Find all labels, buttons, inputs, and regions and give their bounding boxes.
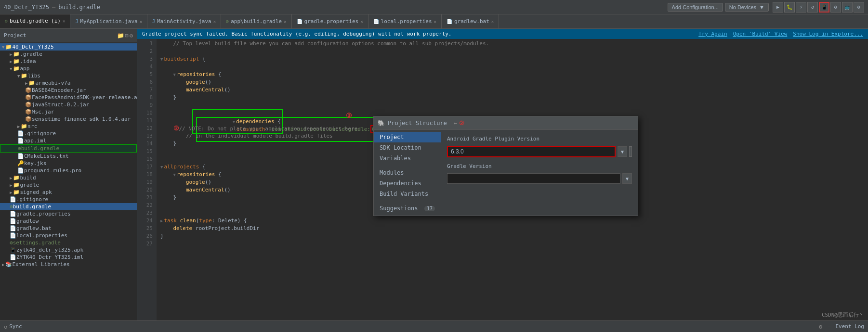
tab-build-gradle[interactable]: ⚙ build.gradle (i) ✕ (0, 14, 70, 28)
aar-icon: 📦 (25, 116, 32, 122)
tree-item-facepass[interactable]: 📦 FacePassAndroidSDK-year-release.aar (0, 94, 137, 101)
nav-item-dependencies[interactable]: Dependencies (374, 178, 441, 189)
annotation-2: ② (459, 120, 464, 127)
tree-item-armeabi[interactable]: ▶ 📁 armeabi-v7a (0, 79, 137, 87)
device-manager-button[interactable]: 📱 (819, 2, 829, 13)
fold-icon[interactable]: ▼ (173, 172, 176, 177)
file-icon: 📄 (10, 196, 16, 203)
debug-button[interactable]: 🐛 (784, 2, 795, 13)
open-build-view-link[interactable]: Open 'Build' View (733, 31, 788, 37)
tab-close-icon[interactable]: ✕ (140, 19, 142, 24)
tab-close-icon[interactable]: ✕ (63, 19, 65, 24)
tab-label: MyApplication.java (80, 18, 137, 25)
nav-item-build-variants[interactable]: Build Variants (374, 189, 441, 199)
event-log-label[interactable]: Event Log (835, 323, 864, 330)
tab-main-activity[interactable]: J MainActivity.java ✕ (147, 14, 221, 28)
profile-button[interactable]: ⚡ (796, 2, 806, 13)
tab-close-icon[interactable]: ✕ (360, 19, 363, 24)
tree-item-key[interactable]: 🔑 key.jks (0, 160, 137, 167)
tab-close-icon[interactable]: ✕ (491, 19, 494, 24)
tree-item-libs[interactable]: ▼ 📁 libs (0, 72, 137, 79)
sync-button[interactable]: ↺ (807, 2, 818, 13)
tree-item-cmake[interactable]: 📄 CMakeLists.txt (0, 153, 137, 160)
tree-item-gradle-props[interactable]: 📄 gradle.properties (0, 210, 137, 217)
project-name: 40_Dctr_YT325 (4, 4, 49, 11)
tree-item-gradlew[interactable]: 📄 gradlew (0, 217, 137, 225)
tab-gradle-properties[interactable]: 📄 gradle.properties ✕ (292, 14, 368, 28)
fold-icon[interactable]: ▶ (160, 218, 163, 223)
nav-item-suggestions[interactable]: Suggestions 17 (374, 203, 441, 214)
fold-icon[interactable]: ▼ (160, 165, 163, 169)
tree-item-base64[interactable]: 📦 BASE64Encoder.jar (0, 87, 137, 94)
settings-icon: ⚙ (819, 323, 822, 330)
tree-item-settings-gradle[interactable]: ⚙ settings.gradle (0, 239, 137, 246)
gradle-version-label: Gradle Version (447, 163, 632, 169)
gradle-version-input[interactable] (447, 173, 620, 184)
tree-item-src[interactable]: ▶ 📁 src (0, 123, 137, 130)
line-num-26: 26 (137, 232, 153, 240)
tree-item-sensetime[interactable]: 📦 sensetime_finance_sdk_1.0.4.aar (0, 115, 137, 123)
line-num-21: 21 (137, 194, 153, 202)
fold-icon[interactable]: ▼ (160, 57, 163, 62)
tree-item-gradle-folder[interactable]: ▶ 📁 gradle (0, 181, 137, 189)
tree-item-iml[interactable]: 📄 ZYTK40_Dctr_YT325.iml (0, 254, 137, 261)
expand-arrow: ▼ (2, 45, 4, 50)
folder-icon: 📁 (13, 51, 20, 57)
tree-item-app[interactable]: ▼ 📁 app (0, 65, 137, 72)
show-log-link[interactable]: Show Log in Explore... (793, 31, 863, 37)
key-icon: 🔑 (17, 160, 24, 166)
tree-item-gradlew-bat[interactable]: 📄 gradlew.bat (0, 225, 137, 232)
tab-app-build-gradle[interactable]: ⚙ app\build.gradle ✕ (221, 14, 291, 28)
line-num-14: 14 (137, 140, 153, 148)
tree-item-idea[interactable]: ▶ 📁 .idea (0, 58, 137, 65)
tree-item-build-folder[interactable]: ▶ 📁 build (0, 174, 137, 181)
nav-label: Modules (380, 169, 404, 176)
nav-item-variables[interactable]: Variables (374, 153, 441, 164)
tab-close-icon[interactable]: ✕ (434, 19, 436, 24)
settings-button[interactable]: ⚙ (854, 2, 864, 13)
tree-item-gitignore-app[interactable]: 📄 .gitignore (0, 130, 137, 137)
avd-manager-button[interactable]: 📺 (842, 2, 853, 13)
back-arrow-icon[interactable]: ← (454, 120, 457, 127)
tab-close-icon[interactable]: ✕ (284, 19, 286, 24)
settings-icon[interactable]: ⚙ (130, 32, 133, 39)
run-button[interactable]: ▶ (773, 2, 783, 13)
tree-item-build-gradle-app[interactable]: ⚙ build.gradle (0, 144, 137, 153)
nav-item-sdk-location[interactable]: SDK Location (374, 142, 441, 153)
tree-item-gradle[interactable]: ▶ 📁 .gradle (0, 51, 137, 58)
gradle-version-dropdown[interactable]: ▼ (622, 173, 632, 184)
nav-item-modules[interactable]: Modules (374, 167, 441, 178)
add-configuration-button[interactable]: Add Configuration... (668, 3, 723, 12)
tab-my-application[interactable]: J MyApplication.java ✕ (70, 14, 147, 28)
tree-item-proguard[interactable]: 📄 proguard-rules.pro (0, 167, 137, 174)
tree-item-app-iml[interactable]: 📄 app.iml (0, 137, 137, 144)
try-again-link[interactable]: Try Again (698, 31, 727, 37)
tree-item-signed-apk[interactable]: ▶ 📁 signed_apk (0, 189, 137, 196)
line-num-16: 16 (137, 155, 153, 163)
sdk-manager-button[interactable]: ⚙ (830, 2, 841, 13)
line-num-25: 25 (137, 225, 153, 232)
tree-item-javastruct[interactable]: 📦 javaStruct-0.2.jar (0, 101, 137, 108)
tree-item-build-gradle-root[interactable]: ⚙ build.gradle (0, 203, 137, 210)
plugin-version-dropdown[interactable]: ▼ (618, 146, 627, 157)
collapse-icon[interactable]: ⊟ (125, 32, 129, 39)
new-folder-icon[interactable]: 📁 (117, 32, 124, 39)
tab-gradlew-bat[interactable]: 📄 gradlew.bat ✕ (442, 14, 499, 28)
line-num-20: 20 (137, 186, 153, 194)
tree-item-msc[interactable]: 📦 Msc.jar (0, 108, 137, 115)
tab-close-icon[interactable]: ✕ (213, 19, 216, 24)
tree-item-gitignore[interactable]: 📄 .gitignore (0, 196, 137, 203)
tree-item-root[interactable]: ▼ 📁 40_Dctr_YT325 (0, 43, 137, 51)
tab-local-properties[interactable]: 📄 local.properties ✕ (368, 14, 442, 28)
no-devices-button[interactable]: No Devices ▼ (725, 3, 769, 12)
line-num-6: 6 (137, 78, 153, 86)
code-editor[interactable]: 1 2 3 4 5 6 7 8 9 10 11 12 13 14 15 16 1… (137, 39, 868, 320)
tree-item-local-props[interactable]: 📄 local.properties (0, 232, 137, 239)
fold-icon[interactable]: ▼ (173, 72, 176, 77)
tree-item-apk[interactable]: 📱 zytk40_dctr_yt325.apk (0, 246, 137, 254)
sync-label[interactable]: Sync (9, 323, 22, 330)
folder-icon: 📁 (13, 175, 20, 181)
plugin-version-input[interactable] (447, 146, 616, 157)
nav-item-project[interactable]: Project (374, 132, 441, 142)
tree-item-external-libs[interactable]: ▶ 📚 External Libraries (0, 261, 137, 268)
